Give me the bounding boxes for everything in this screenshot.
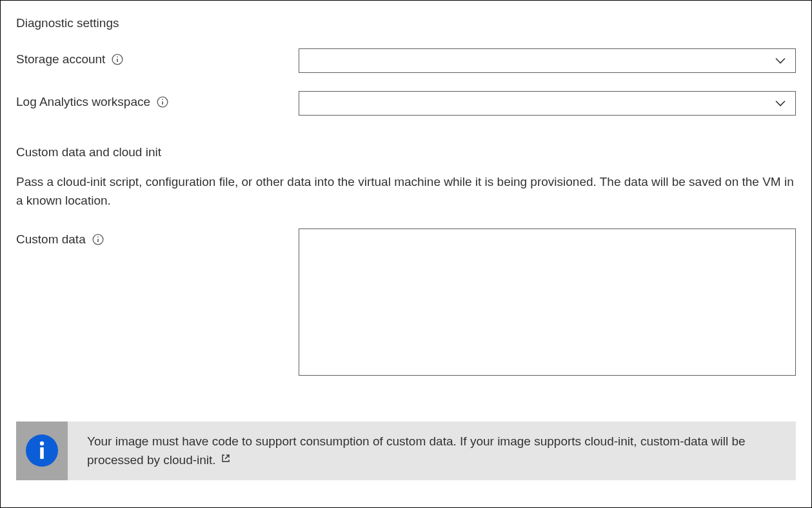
storage-account-label-wrap: Storage account xyxy=(16,48,299,66)
info-banner-message: Your image must have code to support con… xyxy=(87,434,746,467)
custom-data-textarea[interactable] xyxy=(299,229,796,376)
info-circle-icon xyxy=(26,434,58,467)
storage-account-control xyxy=(299,48,796,73)
log-analytics-label: Log Analytics workspace xyxy=(16,95,150,109)
custom-data-label-wrap: Custom data xyxy=(16,229,299,247)
log-analytics-dropdown[interactable] xyxy=(299,91,796,116)
log-analytics-label-wrap: Log Analytics workspace xyxy=(16,91,299,109)
custom-data-control xyxy=(299,229,796,379)
external-link-icon[interactable] xyxy=(221,453,231,463)
info-banner-icon-wrap xyxy=(16,422,68,480)
log-analytics-row: Log Analytics workspace xyxy=(16,91,796,116)
custom-data-description: Pass a cloud-init script, configuration … xyxy=(16,172,796,210)
log-analytics-control xyxy=(299,91,796,116)
storage-account-row: Storage account xyxy=(16,48,796,73)
svg-line-11 xyxy=(225,455,229,459)
storage-account-label: Storage account xyxy=(16,52,105,66)
info-banner: Your image must have code to support con… xyxy=(16,422,796,480)
custom-data-row: Custom data xyxy=(16,229,796,379)
info-icon[interactable] xyxy=(112,54,123,65)
info-icon[interactable] xyxy=(157,96,168,108)
info-icon[interactable] xyxy=(92,234,104,245)
chevron-down-icon xyxy=(775,97,786,110)
svg-point-8 xyxy=(97,236,99,238)
custom-data-label: Custom data xyxy=(16,232,86,247)
info-banner-text: Your image must have code to support con… xyxy=(68,422,796,480)
storage-account-dropdown[interactable] xyxy=(299,48,796,73)
diagnostic-settings-heading: Diagnostic settings xyxy=(16,16,796,30)
svg-point-9 xyxy=(40,442,44,445)
svg-point-2 xyxy=(117,56,118,57)
chevron-down-icon xyxy=(775,54,786,68)
custom-data-heading: Custom data and cloud init xyxy=(16,145,796,159)
svg-rect-10 xyxy=(40,447,44,459)
settings-panel: Diagnostic settings Storage account xyxy=(0,0,812,508)
svg-point-5 xyxy=(162,99,163,100)
